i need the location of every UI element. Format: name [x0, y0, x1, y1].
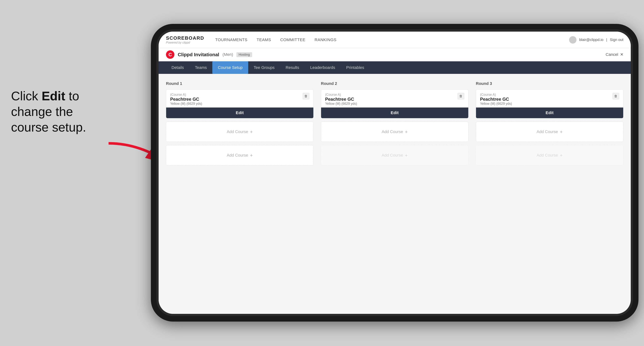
round-1-add-course-label-2: Add Course + [227, 153, 253, 158]
sign-out-link[interactable]: Sign out [610, 38, 624, 42]
round-1-course-header: (Course A) Peachtree GC Yellow (M) (6629… [166, 89, 313, 108]
round-2-add-course-1[interactable]: Add Course + [321, 122, 468, 142]
round-3-course-name: Peachtree GC [480, 97, 612, 102]
round-3-course-actions: 🗑 [612, 93, 619, 99]
event-bar: C Clippd Invitational (Men) Hosting Canc… [158, 48, 631, 61]
user-email: blair@clippd.io [579, 38, 603, 42]
round-1-add-course-2[interactable]: Add Course + [166, 145, 314, 165]
round-1-title: Round 1 [166, 81, 314, 86]
tab-results[interactable]: Results [280, 61, 304, 74]
tab-leaderboards[interactable]: Leaderboards [305, 61, 341, 74]
nav-links: TOURNAMENTS TEAMS COMMITTEE RANKINGS [215, 37, 569, 42]
rounds-container: Round 1 (Course A) Peachtree GC Yellow (… [166, 81, 624, 169]
round-3-title: Round 3 [476, 81, 624, 86]
plus-icon-4: + [405, 153, 408, 158]
round-1-edit-button[interactable]: Edit [166, 108, 313, 118]
instruction-text: Click Edit tochange thecourse setup. [11, 88, 118, 135]
round-2-course-label: (Course A) [325, 93, 458, 97]
round-2-edit-button[interactable]: Edit [321, 108, 468, 118]
tablet-frame: SCOREBOARD Powered by clippd TOURNAMENTS… [151, 24, 638, 322]
round-1-course-details: Yellow (M) (6629 yds) [170, 102, 303, 106]
logo-title: SCOREBOARD [166, 35, 204, 41]
round-1-column: Round 1 (Course A) Peachtree GC Yellow (… [166, 81, 314, 169]
round-3-course-label: (Course A) [480, 93, 612, 97]
tab-details[interactable]: Details [166, 61, 189, 74]
edit-bold: Edit [42, 89, 65, 103]
cancel-label: Cancel [606, 52, 618, 57]
top-nav: SCOREBOARD Powered by clippd TOURNAMENTS… [158, 32, 631, 48]
round-1-course-name: Peachtree GC [170, 97, 303, 102]
user-avatar [569, 36, 576, 43]
clippd-logo: C [166, 50, 174, 59]
round-2-column: Round 2 (Course A) Peachtree GC Yellow (… [321, 81, 468, 169]
user-section: blair@clippd.io | Sign out [569, 36, 624, 43]
round-2-course-name: Peachtree GC [325, 97, 458, 102]
tablet-screen: SCOREBOARD Powered by clippd TOURNAMENTS… [158, 32, 631, 314]
event-name: Clippd Invitational [178, 52, 219, 57]
round-3-course-details: Yellow (M) (6629 yds) [480, 102, 612, 106]
round-2-add-course-label-2: Add Course + [382, 153, 408, 158]
round-2-course-actions: 🗑 [458, 93, 464, 99]
round-3-add-course-1[interactable]: Add Course + [476, 122, 624, 142]
round-3-add-course-label-1: Add Course + [536, 129, 562, 135]
cancel-button[interactable]: Cancel ✕ [606, 52, 624, 57]
cancel-icon: ✕ [620, 52, 624, 57]
tab-printables[interactable]: Printables [340, 61, 370, 74]
round-2-add-course-label-1: Add Course + [382, 129, 408, 135]
round-3-edit-button[interactable]: Edit [476, 108, 623, 118]
round-1-course-label: (Course A) [170, 93, 303, 97]
plus-icon-1: + [250, 129, 253, 135]
nav-rankings[interactable]: RANKINGS [315, 37, 336, 42]
logo-subtitle: Powered by clippd [166, 41, 204, 44]
tab-course-setup[interactable]: Course Setup [212, 61, 248, 74]
round-1-add-course-label-1: Add Course + [227, 129, 253, 135]
round-3-column: Round 3 (Course A) Peachtree GC Yellow (… [476, 81, 624, 169]
tab-tee-groups[interactable]: Tee Groups [248, 61, 280, 74]
round-2-course-details: Yellow (M) (6629 yds) [325, 102, 458, 106]
main-content: Round 1 (Course A) Peachtree GC Yellow (… [158, 74, 631, 314]
plus-icon-2: + [250, 153, 253, 158]
round-2-course-info: (Course A) Peachtree GC Yellow (M) (6629… [325, 93, 458, 106]
round-3-course-header: (Course A) Peachtree GC Yellow (M) (6629… [476, 89, 623, 108]
round-1-add-course-1[interactable]: Add Course + [166, 122, 314, 142]
separator: | [606, 38, 607, 42]
round-3-add-course-2: Add Course + [476, 145, 624, 165]
event-badge: Hosting [236, 52, 252, 57]
round-3-delete-btn[interactable]: 🗑 [612, 93, 619, 99]
tab-bar: Details Teams Course Setup Tee Groups Re… [158, 61, 631, 74]
round-2-course-card: (Course A) Peachtree GC Yellow (M) (6629… [321, 89, 468, 118]
round-2-delete-btn[interactable]: 🗑 [458, 93, 464, 99]
plus-icon-6: + [560, 153, 563, 158]
round-3-course-info: (Course A) Peachtree GC Yellow (M) (6629… [480, 93, 612, 106]
scoreboard-logo: SCOREBOARD Powered by clippd [166, 35, 204, 44]
tablet-inner: SCOREBOARD Powered by clippd TOURNAMENTS… [156, 29, 633, 316]
scene: Click Edit tochange thecourse setup. SCO… [0, 0, 644, 346]
plus-icon-3: + [405, 129, 408, 135]
round-1-course-info: (Course A) Peachtree GC Yellow (M) (6629… [170, 93, 303, 106]
round-3-course-card: (Course A) Peachtree GC Yellow (M) (6629… [476, 89, 624, 118]
nav-committee[interactable]: COMMITTEE [280, 37, 306, 42]
nav-teams[interactable]: TEAMS [257, 37, 271, 42]
plus-icon-5: + [560, 129, 563, 135]
round-1-delete-btn[interactable]: 🗑 [303, 93, 309, 99]
round-2-title: Round 2 [321, 81, 468, 86]
round-3-add-course-label-2: Add Course + [536, 153, 562, 158]
event-info: C Clippd Invitational (Men) Hosting [166, 50, 252, 59]
round-1-course-actions: 🗑 [303, 93, 309, 99]
round-2-add-course-2: Add Course + [321, 145, 468, 165]
tab-teams[interactable]: Teams [189, 61, 212, 74]
round-1-course-card: (Course A) Peachtree GC Yellow (M) (6629… [166, 89, 314, 118]
round-2-course-header: (Course A) Peachtree GC Yellow (M) (6629… [321, 89, 468, 108]
event-gender: (Men) [222, 52, 233, 57]
nav-tournaments[interactable]: TOURNAMENTS [215, 37, 248, 42]
